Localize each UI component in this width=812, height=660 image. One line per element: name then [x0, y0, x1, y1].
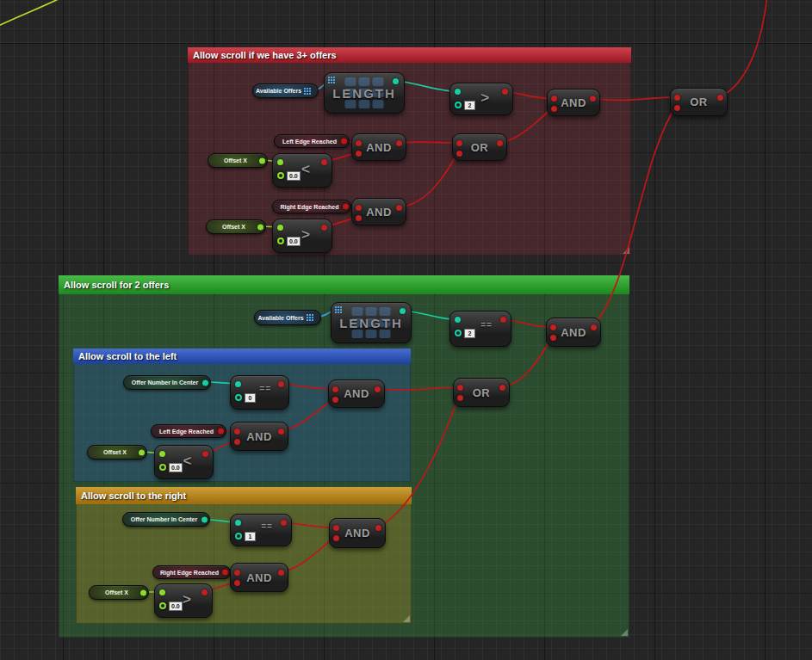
input-pin[interactable]: [674, 105, 680, 111]
input-pin[interactable]: [455, 89, 461, 95]
input-pin[interactable]: [277, 225, 283, 231]
input-pin[interactable]: [456, 140, 462, 146]
output-pin[interactable]: [201, 516, 208, 522]
output-pin[interactable]: [278, 570, 284, 576]
compare-greater[interactable]: >0.0: [272, 219, 332, 253]
or-node[interactable]: OR: [670, 88, 728, 116]
input-pin[interactable]: [234, 580, 240, 586]
compare-less[interactable]: <0.0: [154, 445, 214, 479]
output-pin[interactable]: [281, 520, 287, 526]
output-pin[interactable]: [500, 317, 506, 323]
value-input[interactable]: 0.0: [169, 463, 183, 472]
value-input[interactable]: 1: [245, 532, 256, 541]
variable-offer-number-in-center[interactable]: Offer Number In Center: [122, 512, 210, 527]
output-pin[interactable]: [140, 589, 146, 595]
output-pin[interactable]: [278, 381, 284, 387]
and-node[interactable]: AND: [351, 198, 406, 225]
input-pin[interactable]: [550, 324, 556, 330]
value-input[interactable]: 0.0: [287, 237, 301, 246]
output-pin[interactable]: [257, 224, 263, 230]
input-pin-default[interactable]: [455, 102, 462, 108]
output-pin[interactable]: [321, 225, 327, 231]
variable-available-offers[interactable]: Available Offers: [252, 83, 319, 98]
or-node[interactable]: OR: [453, 378, 510, 407]
input-pin[interactable]: [455, 317, 461, 323]
output-pin[interactable]: [393, 78, 399, 84]
blueprint-canvas[interactable]: Allow scroll if we have 3+ offersAllow s…: [0, 0, 812, 660]
input-pin[interactable]: [333, 535, 339, 541]
input-pin[interactable]: [159, 589, 165, 595]
length-node[interactable]: LENGTH: [331, 302, 412, 343]
output-pin[interactable]: [502, 89, 508, 95]
variable-offset-x[interactable]: Offset X: [89, 585, 149, 600]
value-input[interactable]: 2: [464, 329, 475, 338]
and-node[interactable]: AND: [230, 422, 288, 451]
output-pin[interactable]: [202, 451, 208, 457]
and-node[interactable]: AND: [546, 318, 601, 347]
input-pin[interactable]: [356, 140, 362, 146]
input-pin[interactable]: [333, 525, 339, 531]
output-pin[interactable]: [499, 385, 505, 391]
input-pin-default[interactable]: [159, 602, 166, 609]
variable-offset-x[interactable]: Offset X: [208, 153, 268, 168]
value-input[interactable]: 0.0: [169, 601, 183, 611]
input-pin-default[interactable]: [159, 464, 166, 471]
compare-greater[interactable]: >2: [449, 83, 513, 115]
input-pin-default[interactable]: [235, 533, 242, 540]
compare-equal[interactable]: ==2: [449, 311, 511, 347]
output-pin[interactable]: [591, 324, 597, 330]
output-pin[interactable]: [590, 96, 596, 102]
output-pin[interactable]: [201, 589, 208, 595]
input-pin[interactable]: [332, 397, 338, 403]
value-input[interactable]: 0.0: [287, 171, 301, 181]
array-output-pin-icon[interactable]: [307, 314, 313, 321]
output-pin[interactable]: [259, 157, 265, 163]
output-pin[interactable]: [139, 449, 145, 455]
variable-offer-number-in-center[interactable]: Offer Number In Center: [123, 375, 211, 390]
input-pin[interactable]: [457, 395, 463, 401]
output-pin[interactable]: [321, 159, 327, 165]
input-pin[interactable]: [550, 335, 556, 341]
output-pin[interactable]: [343, 204, 349, 210]
variable-offset-x[interactable]: Offset X: [87, 445, 147, 460]
compare-greater[interactable]: >0.0: [154, 583, 213, 618]
input-pin[interactable]: [234, 570, 240, 576]
input-pin[interactable]: [551, 106, 557, 112]
input-pin[interactable]: [674, 95, 680, 101]
input-pin[interactable]: [356, 151, 362, 157]
and-node[interactable]: AND: [547, 89, 600, 116]
output-pin[interactable]: [717, 95, 723, 101]
input-pin[interactable]: [456, 151, 462, 157]
and-node[interactable]: AND: [329, 518, 386, 548]
input-pin-default[interactable]: [277, 237, 284, 244]
input-pin-default[interactable]: [455, 330, 462, 336]
input-pin-default[interactable]: [277, 172, 284, 179]
input-pin[interactable]: [234, 439, 240, 445]
variable-right-edge-reached[interactable]: Right Edge Reached: [152, 565, 231, 579]
input-pin[interactable]: [457, 385, 463, 391]
array-input-pin-icon[interactable]: [328, 77, 335, 83]
variable-right-edge-reached[interactable]: Right Edge Reached: [272, 200, 351, 213]
array-input-pin-icon[interactable]: [335, 306, 342, 313]
variable-left-edge-reached[interactable]: Left Edge Reached: [274, 134, 350, 148]
or-node[interactable]: OR: [452, 133, 507, 161]
input-pin[interactable]: [332, 386, 338, 392]
input-pin-default[interactable]: [235, 394, 242, 401]
length-node[interactable]: LENGTH: [324, 72, 405, 114]
variable-offset-x[interactable]: Offset X: [206, 219, 266, 234]
output-pin[interactable]: [497, 140, 503, 146]
variable-left-edge-reached[interactable]: Left Edge Reached: [151, 424, 226, 438]
input-pin[interactable]: [356, 205, 362, 211]
output-pin[interactable]: [400, 308, 406, 314]
output-pin[interactable]: [202, 379, 208, 386]
value-input[interactable]: 0: [245, 393, 256, 403]
output-pin[interactable]: [278, 429, 284, 435]
output-pin[interactable]: [396, 205, 402, 211]
input-pin[interactable]: [235, 520, 241, 526]
value-input[interactable]: 2: [464, 101, 475, 110]
output-pin[interactable]: [218, 429, 224, 435]
compare-equal[interactable]: ==0: [230, 375, 289, 410]
output-pin[interactable]: [375, 386, 381, 392]
array-output-pin-icon[interactable]: [304, 88, 311, 95]
compare-equal[interactable]: ==1: [230, 514, 292, 546]
